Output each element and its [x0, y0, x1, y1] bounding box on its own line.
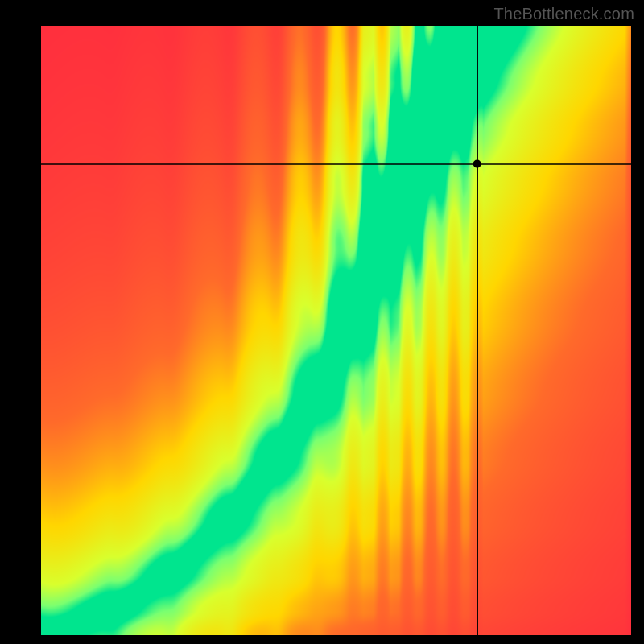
- watermark-text: TheBottleneck.com: [493, 5, 634, 23]
- heatmap-plot: [41, 26, 631, 635]
- heatmap-canvas: [41, 26, 631, 635]
